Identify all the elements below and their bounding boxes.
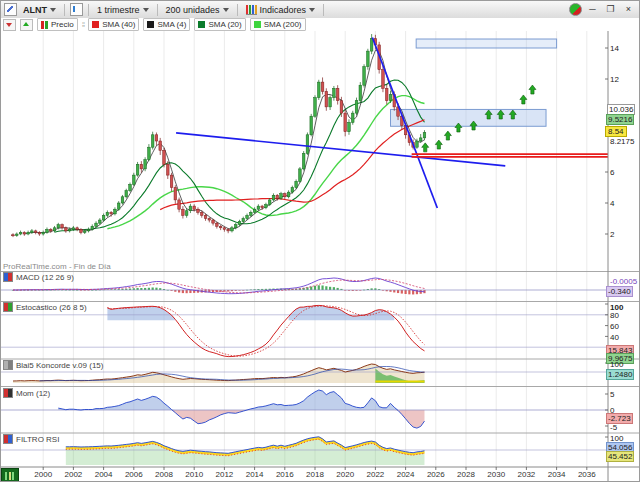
year-label: 2036 (576, 470, 598, 479)
drag-handle-icon[interactable]: ⁞⁞ (82, 20, 84, 29)
sma4-legend-chip[interactable]: SMA (4) (143, 18, 190, 31)
separator (88, 4, 89, 16)
sma20-swatch-icon (198, 21, 205, 28)
mom-tick-neg5: -5 (610, 423, 617, 432)
sma4-value-label: 8.2175 (610, 137, 634, 146)
macd-signal-label: -0.340 (606, 286, 633, 297)
indicators-label: Indicadores (260, 5, 307, 15)
momentum-title-text: Mom (12) (16, 389, 50, 398)
year-label: 2020 (334, 470, 356, 479)
year-label: 2024 (395, 470, 417, 479)
units-label: 200 unidades (166, 5, 220, 15)
year-label: 2012 (213, 470, 235, 479)
close-button[interactable]: × (621, 2, 636, 17)
app-window: ALNT 1 trimestre 200 unidades Indicadore… (0, 0, 640, 482)
minimize-button[interactable]: ─ (585, 2, 600, 17)
sma40-legend-chip[interactable]: SMA (40) (88, 18, 139, 31)
macd-title-text: MACD (12 26 9) (16, 273, 74, 282)
stoch-tick-60: 60 (610, 322, 619, 331)
year-label: 2018 (304, 470, 326, 479)
sma4-swatch-icon (147, 21, 154, 28)
year-label: 2006 (123, 470, 145, 479)
chevron-down-icon (223, 8, 229, 12)
koncorde-panel-title[interactable]: Blai5 Koncorde v.09 (15) (3, 360, 103, 370)
koncorde-tick-100: 100 (610, 360, 623, 369)
price-tick-2: 2 (610, 230, 614, 239)
stochastic-title-text: Estocástico (26 8 5) (16, 303, 87, 312)
year-label: 2030 (485, 470, 507, 479)
filtro-rsi-icon (3, 434, 13, 444)
chevron-down-icon (143, 8, 149, 12)
momentum-panel-title[interactable]: Mom (12) (3, 388, 50, 398)
axis-corner-icon[interactable] (1, 468, 19, 482)
year-label: 2004 (93, 470, 115, 479)
sma200-swatch-icon (254, 21, 261, 28)
watermark: ProRealTime.com - Fin de Día (3, 262, 111, 271)
price-tick-12: 12 (610, 75, 619, 84)
year-label: 2000 (32, 470, 54, 479)
sma4-label: SMA (4) (157, 20, 186, 29)
edit-icon[interactable] (4, 3, 17, 16)
sma200-legend-chip[interactable]: SMA (200) (250, 18, 306, 31)
filtro-rsi-panel-title[interactable]: FILTRO RSI (3, 434, 59, 444)
year-label: 2008 (153, 470, 175, 479)
filtro-rsi-title-text: FILTRO RSI (16, 435, 59, 444)
rsi-filter-label: 45.452 (606, 451, 634, 462)
koncorde-icon (3, 360, 13, 370)
separator (64, 4, 65, 16)
sma20-legend-chip[interactable]: SMA (20) (194, 18, 245, 31)
price-tick-4: 4 (610, 199, 614, 208)
macd-panel-title[interactable]: MACD (12 26 9) (3, 272, 74, 282)
year-label: 2016 (274, 470, 296, 479)
indicators-icon (246, 5, 257, 15)
stoch-tick-80: 80 (610, 311, 619, 320)
chevron-down-icon (50, 8, 56, 12)
chart-canvas[interactable] (1, 1, 640, 482)
indicators-dropdown[interactable]: Indicadores (243, 2, 319, 17)
stoch-tick-40: 40 (610, 333, 619, 342)
mom-tick-5: 5 (610, 390, 614, 399)
macd-value-label: -0.0005 (610, 277, 637, 286)
candle-icon (41, 21, 48, 29)
year-label: 2014 (244, 470, 266, 479)
prorealtime-logo (569, 3, 582, 16)
price-legend-chip[interactable]: Precio (37, 18, 78, 31)
price-tick-6: 6 (610, 168, 614, 177)
red-arrow-button[interactable] (3, 19, 16, 31)
year-label: 2032 (515, 470, 537, 479)
year-label: 2010 (183, 470, 205, 479)
separator (237, 4, 238, 16)
symbol-label: ALNT (23, 5, 47, 15)
sma200-value-label: 9.5216 (606, 114, 634, 125)
legend-row: Precio ⁞⁞ SMA (40) SMA (4) SMA (20) SMA … (1, 18, 639, 31)
sma200-label: SMA (200) (264, 20, 302, 29)
chevron-down-icon (309, 8, 315, 12)
stochastic-panel-title[interactable]: Estocástico (26 8 5) (3, 302, 87, 312)
maximize-button[interactable]: ❐ (603, 2, 618, 17)
sma20-label: SMA (20) (208, 20, 241, 29)
year-label: 2002 (62, 470, 84, 479)
year-label: 2034 (546, 470, 568, 479)
units-dropdown[interactable]: 200 unidades (163, 2, 232, 17)
symbol-dropdown[interactable]: ALNT (20, 2, 59, 17)
green-arrow-button[interactable] (20, 19, 33, 31)
separator (157, 4, 158, 16)
chart-style-button[interactable] (70, 3, 83, 16)
koncorde-value-label: 1.2480 (606, 369, 634, 380)
macd-icon (3, 272, 13, 282)
sma40-swatch-icon (92, 21, 99, 28)
koncorde-title-text: Blai5 Koncorde v.09 (15) (16, 361, 103, 370)
timeframe-dropdown[interactable]: 1 trimestre (94, 2, 152, 17)
price-tick-14: 14 (610, 44, 619, 53)
toolbar: ALNT 1 trimestre 200 unidades Indicadore… (1, 1, 639, 19)
sma40-label: SMA (40) (102, 20, 135, 29)
momentum-icon (3, 388, 13, 398)
year-label: 2028 (455, 470, 477, 479)
last-price-label: 8.54 (605, 126, 627, 137)
stochastic-icon (3, 302, 13, 312)
timeframe-label: 1 trimestre (97, 5, 140, 15)
separator (323, 4, 324, 16)
price-legend-label: Precio (51, 20, 74, 29)
year-label: 2026 (425, 470, 447, 479)
year-label: 2022 (364, 470, 386, 479)
